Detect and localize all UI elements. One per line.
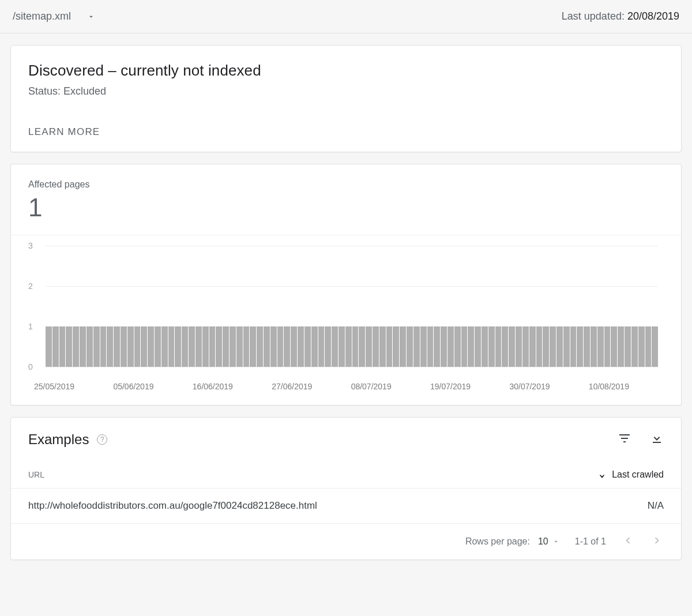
chart-bar <box>577 326 583 367</box>
chart-bar <box>161 326 168 367</box>
chart-bar <box>257 326 263 367</box>
x-tick: 10/08/2019 <box>589 382 629 391</box>
chart-bar <box>318 326 325 367</box>
chart-bar <box>570 326 577 367</box>
chart-bar <box>223 326 229 367</box>
y-tick: 1 <box>28 322 33 331</box>
chart-bars <box>46 246 658 367</box>
y-tick: 0 <box>28 362 33 371</box>
chart-bar <box>373 326 379 367</box>
examples-title: Examples <box>28 431 89 448</box>
chart-bar <box>638 326 645 367</box>
gridline <box>46 367 658 367</box>
chart-bar <box>332 326 338 367</box>
page-range: 1-1 of 1 <box>575 536 606 547</box>
chart-bar <box>345 326 352 367</box>
filter-icon <box>618 431 631 445</box>
chart-bar <box>168 326 175 367</box>
chart-card: Affected pages 1 0123 25/05/201905/06/20… <box>10 164 682 405</box>
chart-bar <box>52 326 59 367</box>
chart-bar <box>107 326 113 367</box>
chart-bar <box>652 326 658 367</box>
chart-bar <box>86 326 93 367</box>
chart-bar <box>284 326 290 367</box>
column-last-crawled-sort[interactable]: Last crawled <box>597 469 664 480</box>
chart-bar <box>488 326 495 367</box>
chart-bar <box>46 326 52 367</box>
x-tick: 16/06/2019 <box>193 382 233 391</box>
chart-bar <box>509 326 515 367</box>
chart-bar <box>134 326 141 367</box>
chart-bar <box>202 326 209 367</box>
chart-bar <box>407 326 413 367</box>
chart-bar <box>155 326 161 367</box>
chart-bar <box>298 326 304 367</box>
status-card: Discovered – currently not indexed Statu… <box>10 45 682 152</box>
last-updated-date: 20/08/2019 <box>627 10 679 22</box>
chart-bar <box>563 326 570 367</box>
chart-bar <box>495 326 502 367</box>
chart-bar <box>189 326 195 367</box>
next-page-button[interactable] <box>651 534 664 549</box>
chart-bar <box>100 326 107 367</box>
prev-page-button[interactable] <box>621 534 634 549</box>
chevron-down-icon <box>87 13 95 21</box>
chart-bar <box>66 326 72 367</box>
chart-x-ticks: 25/05/201905/06/201916/06/201927/06/2019… <box>34 382 629 391</box>
chart-bar <box>434 326 440 367</box>
chart-bar <box>148 326 154 367</box>
chart-bar <box>393 326 399 367</box>
chart-bar <box>468 326 474 367</box>
chart-bar <box>325 326 331 367</box>
download-icon <box>650 431 664 445</box>
chart-bar <box>311 326 318 367</box>
chart-bar <box>461 326 468 367</box>
chart-bar <box>236 326 243 367</box>
chart-bar <box>447 326 454 367</box>
chart-bar <box>216 326 222 367</box>
download-button[interactable] <box>650 431 664 448</box>
chart-bar <box>59 326 66 367</box>
arrow-down-icon <box>597 469 607 480</box>
chart-bar <box>366 326 372 367</box>
filter-button[interactable] <box>618 431 631 448</box>
help-icon[interactable]: ? <box>97 434 107 445</box>
chart-bar <box>264 326 270 367</box>
chart-bar <box>270 326 277 367</box>
x-tick: 19/07/2019 <box>430 382 471 391</box>
chart-bar <box>114 326 120 367</box>
chevron-down-icon <box>552 538 560 546</box>
chart-bar <box>604 326 611 367</box>
chart-bar <box>550 326 556 367</box>
chart-bar <box>584 326 590 367</box>
chart-bar <box>400 326 406 367</box>
chart-bar <box>127 326 134 367</box>
chart-bar <box>250 326 256 367</box>
chart-bar <box>141 326 147 367</box>
chart-bar <box>597 326 604 367</box>
chevron-left-icon <box>621 534 634 547</box>
chart-bar <box>209 326 216 367</box>
learn-more-link[interactable]: LEARN MORE <box>28 126 100 138</box>
chart-bar <box>543 326 549 367</box>
chart-bar <box>277 326 284 367</box>
chart-bar <box>427 326 434 367</box>
chart-area: 0123 25/05/201905/06/201916/06/201927/06… <box>11 235 681 405</box>
chart-bar <box>175 326 181 367</box>
last-updated-label: Last updated: <box>562 10 627 22</box>
chevron-right-icon <box>651 534 664 547</box>
sitemap-dropdown[interactable]: /sitemap.xml <box>13 10 95 22</box>
table-row[interactable]: http://wholefooddistributors.com.au/goog… <box>11 489 681 524</box>
rows-per-page[interactable]: Rows per page: 10 <box>465 536 560 547</box>
column-url: URL <box>28 470 44 479</box>
row-last-crawled: N/A <box>648 500 664 512</box>
chart-bar <box>386 326 393 367</box>
chart-bar <box>182 326 188 367</box>
chart-bar <box>631 326 638 367</box>
x-tick: 27/06/2019 <box>272 382 312 391</box>
chart-bar <box>352 326 359 367</box>
chart-bar <box>625 326 631 367</box>
chart-bar <box>591 326 597 367</box>
chart-bar <box>536 326 543 367</box>
rows-per-page-value: 10 <box>538 536 548 547</box>
